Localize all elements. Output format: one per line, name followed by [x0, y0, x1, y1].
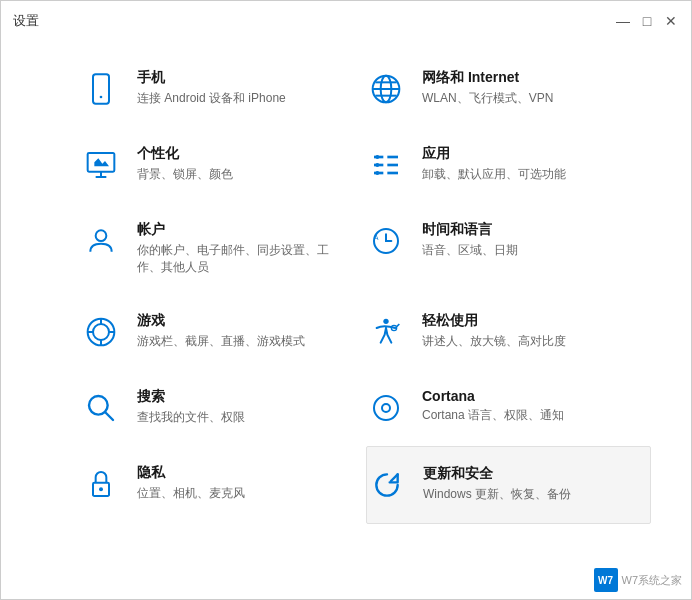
settings-content: 手机 连接 Android 设备和 iPhone 网络和 Internet WL… — [1, 41, 691, 599]
setting-desc-apps: 卸载、默认应用、可选功能 — [422, 166, 631, 183]
cortana-icon — [366, 388, 406, 428]
setting-item-privacy[interactable]: 隐私 位置、相机、麦克风 — [81, 446, 366, 524]
setting-item-accessibility[interactable]: 轻松使用 讲述人、放大镜、高对比度 — [366, 294, 651, 370]
svg-point-35 — [99, 487, 103, 491]
setting-desc-cortana: Cortana 语言、权限、通知 — [422, 407, 631, 424]
setting-title-time: 时间和语言 — [422, 221, 631, 239]
setting-text-personalization: 个性化 背景、锁屏、颜色 — [137, 145, 346, 183]
settings-grid: 手机 连接 Android 设备和 iPhone 网络和 Internet WL… — [81, 51, 651, 524]
time-icon: A — [366, 221, 406, 261]
setting-desc-privacy: 位置、相机、麦克风 — [137, 485, 346, 502]
watermark: W7 W7系统之家 — [594, 568, 683, 592]
svg-point-18 — [375, 171, 379, 175]
window-controls: — □ ✕ — [615, 13, 679, 29]
close-button[interactable]: ✕ — [663, 13, 679, 29]
svg-rect-0 — [93, 74, 109, 103]
watermark-logo: W7 — [594, 568, 618, 592]
apps-icon — [366, 145, 406, 185]
svg-text:A: A — [374, 234, 379, 241]
maximize-button[interactable]: □ — [639, 13, 655, 29]
setting-item-personalization[interactable]: 个性化 背景、锁屏、颜色 — [81, 127, 366, 203]
phone-icon — [81, 69, 121, 109]
setting-desc-network: WLAN、飞行模式、VPN — [422, 90, 631, 107]
setting-title-accessibility: 轻松使用 — [422, 312, 631, 330]
setting-desc-phone: 连接 Android 设备和 iPhone — [137, 90, 346, 107]
setting-text-apps: 应用 卸载、默认应用、可选功能 — [422, 145, 631, 183]
setting-item-search[interactable]: 搜索 查找我的文件、权限 — [81, 370, 366, 446]
minimize-button[interactable]: — — [615, 13, 631, 29]
setting-item-time[interactable]: A 时间和语言 语音、区域、日期 — [366, 203, 651, 294]
setting-title-privacy: 隐私 — [137, 464, 346, 482]
svg-point-19 — [96, 230, 107, 241]
setting-title-search: 搜索 — [137, 388, 346, 406]
setting-title-cortana: Cortana — [422, 388, 631, 404]
setting-text-network: 网络和 Internet WLAN、飞行模式、VPN — [422, 69, 631, 107]
svg-point-28 — [383, 318, 388, 323]
setting-title-phone: 手机 — [137, 69, 346, 87]
setting-text-accounts: 帐户 你的帐户、电子邮件、同步设置、工作、其他人员 — [137, 221, 346, 276]
watermark-text: W7系统之家 — [622, 573, 683, 588]
setting-desc-personalization: 背景、锁屏、颜色 — [137, 166, 346, 183]
setting-desc-update: Windows 更新、恢复、备份 — [423, 486, 630, 503]
setting-desc-gaming: 游戏栏、截屏、直播、游戏模式 — [137, 333, 346, 350]
search-icon — [81, 388, 121, 428]
update-icon — [367, 465, 407, 505]
svg-line-31 — [105, 412, 113, 420]
personalization-icon — [81, 145, 121, 185]
setting-desc-time: 语音、区域、日期 — [422, 242, 631, 259]
setting-text-update: 更新和安全 Windows 更新、恢复、备份 — [423, 465, 630, 503]
setting-title-network: 网络和 Internet — [422, 69, 631, 87]
setting-text-cortana: Cortana Cortana 语言、权限、通知 — [422, 388, 631, 424]
setting-text-phone: 手机 连接 Android 设备和 iPhone — [137, 69, 346, 107]
setting-item-network[interactable]: 网络和 Internet WLAN、飞行模式、VPN — [366, 51, 651, 127]
svg-point-1 — [100, 96, 103, 99]
svg-point-16 — [375, 155, 379, 159]
setting-title-personalization: 个性化 — [137, 145, 346, 163]
setting-item-phone[interactable]: 手机 连接 Android 设备和 iPhone — [81, 51, 366, 127]
setting-title-apps: 应用 — [422, 145, 631, 163]
settings-window: 设置 — □ ✕ 手机 连接 Android 设备和 iPhone — [0, 0, 692, 600]
setting-item-gaming[interactable]: 游戏 游戏栏、截屏、直播、游戏模式 — [81, 294, 366, 370]
privacy-icon — [81, 464, 121, 504]
accessibility-icon — [366, 312, 406, 352]
setting-text-search: 搜索 查找我的文件、权限 — [137, 388, 346, 426]
setting-text-accessibility: 轻松使用 讲述人、放大镜、高对比度 — [422, 312, 631, 350]
setting-text-privacy: 隐私 位置、相机、麦克风 — [137, 464, 346, 502]
setting-text-time: 时间和语言 语音、区域、日期 — [422, 221, 631, 259]
accounts-icon — [81, 221, 121, 261]
setting-text-gaming: 游戏 游戏栏、截屏、直播、游戏模式 — [137, 312, 346, 350]
setting-item-accounts[interactable]: 帐户 你的帐户、电子邮件、同步设置、工作、其他人员 — [81, 203, 366, 294]
network-icon — [366, 69, 406, 109]
window-title: 设置 — [13, 12, 39, 30]
setting-title-accounts: 帐户 — [137, 221, 346, 239]
setting-item-cortana[interactable]: Cortana Cortana 语言、权限、通知 — [366, 370, 651, 446]
svg-point-33 — [382, 404, 390, 412]
svg-point-17 — [375, 163, 379, 167]
setting-item-update[interactable]: 更新和安全 Windows 更新、恢复、备份 — [366, 446, 651, 524]
setting-desc-accessibility: 讲述人、放大镜、高对比度 — [422, 333, 631, 350]
setting-title-update: 更新和安全 — [423, 465, 630, 483]
setting-desc-accounts: 你的帐户、电子邮件、同步设置、工作、其他人员 — [137, 242, 346, 276]
setting-item-apps[interactable]: 应用 卸载、默认应用、可选功能 — [366, 127, 651, 203]
title-bar: 设置 — □ ✕ — [1, 1, 691, 41]
svg-point-32 — [374, 396, 398, 420]
setting-title-gaming: 游戏 — [137, 312, 346, 330]
gaming-icon — [81, 312, 121, 352]
svg-point-23 — [93, 324, 109, 340]
setting-desc-search: 查找我的文件、权限 — [137, 409, 346, 426]
